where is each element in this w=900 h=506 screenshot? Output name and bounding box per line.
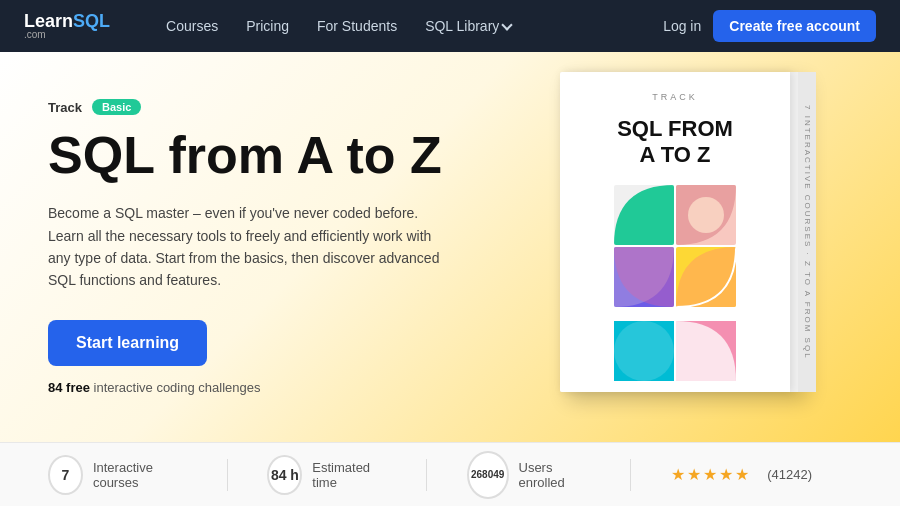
- start-learning-button[interactable]: Start learning: [48, 320, 207, 366]
- hero-sub-text: 84 free interactive coding challenges: [48, 380, 448, 395]
- stat-time-circle: 84 h: [267, 455, 302, 495]
- hero-section: Track Basic SQL from A to Z Become a SQL…: [0, 52, 900, 442]
- mosaic-tile-3: [614, 247, 674, 307]
- review-count: (41242): [767, 467, 812, 482]
- stat-courses-label: Interactive courses: [93, 460, 187, 490]
- svg-point-7: [614, 321, 674, 381]
- book-spine: 7 INTERACTIVE COURSES · Z TO A FROM SQL: [798, 72, 816, 392]
- stats-bar: 7 Interactive courses 84 h Estimated tim…: [0, 442, 900, 506]
- logo-learn-text: Learn: [24, 12, 73, 30]
- sub-text: interactive coding challenges: [90, 380, 261, 395]
- nav-courses[interactable]: Courses: [166, 18, 218, 34]
- nav-links: Courses Pricing For Students SQL Library: [166, 18, 631, 34]
- nav-pricing[interactable]: Pricing: [246, 18, 289, 34]
- book-track-label: TRACK: [652, 92, 698, 102]
- stat-rating: ★★★★★ (41242): [671, 465, 852, 484]
- stat-users-label: Users enrolled: [519, 460, 591, 490]
- nav-for-students[interactable]: For Students: [317, 18, 397, 34]
- stat-divider-2: [426, 459, 427, 491]
- mosaic-tile-1: [614, 185, 674, 245]
- hero-content: Track Basic SQL from A to Z Become a SQL…: [48, 99, 448, 395]
- stat-users-circle: 268049: [467, 451, 509, 499]
- mosaic-tile-2: [676, 185, 736, 245]
- book: TRACK SQL FROM A TO Z: [560, 72, 800, 392]
- svg-point-2: [688, 197, 724, 233]
- book-spine-text: 7 INTERACTIVE COURSES · Z TO A FROM SQL: [803, 105, 812, 360]
- nav-sql-library[interactable]: SQL Library: [425, 18, 511, 34]
- login-button[interactable]: Log in: [663, 18, 701, 34]
- stat-divider-1: [227, 459, 228, 491]
- navbar: LearnSQL .com Courses Pricing For Studen…: [0, 0, 900, 52]
- stat-courses-circle: 7: [48, 455, 83, 495]
- book-cover: TRACK SQL FROM A TO Z: [560, 72, 860, 432]
- stat-time: 84 h Estimated time: [267, 455, 425, 495]
- hero-title: SQL from A to Z: [48, 127, 448, 184]
- mosaic-row2: [614, 319, 736, 383]
- stat-divider-3: [630, 459, 631, 491]
- mosaic-tile-6: [676, 319, 736, 383]
- create-account-button[interactable]: Create free account: [713, 10, 876, 42]
- book-mosaic: [614, 185, 736, 307]
- free-count: 84 free: [48, 380, 90, 395]
- logo-com-text: .com: [24, 30, 110, 40]
- basic-badge: Basic: [92, 99, 141, 115]
- book-title: SQL FROM A TO Z: [617, 116, 733, 169]
- logo-sql-text: SQL: [73, 12, 110, 30]
- book-front: TRACK SQL FROM A TO Z: [560, 72, 790, 392]
- chevron-down-icon: [502, 19, 513, 30]
- track-text: Track: [48, 100, 82, 115]
- stat-courses: 7 Interactive courses: [48, 455, 227, 495]
- hero-description: Become a SQL master – even if you've nev…: [48, 202, 448, 292]
- mosaic-tile-4: [676, 247, 736, 307]
- nav-sql-library-label: SQL Library: [425, 18, 499, 34]
- stat-users: 268049 Users enrolled: [467, 451, 631, 499]
- logo[interactable]: LearnSQL .com: [24, 12, 110, 40]
- stars-icon: ★★★★★: [671, 465, 751, 484]
- stat-time-label: Estimated time: [312, 460, 386, 490]
- mosaic-tile-5: [614, 319, 674, 383]
- nav-right: Log in Create free account: [663, 10, 876, 42]
- track-label: Track Basic: [48, 99, 448, 115]
